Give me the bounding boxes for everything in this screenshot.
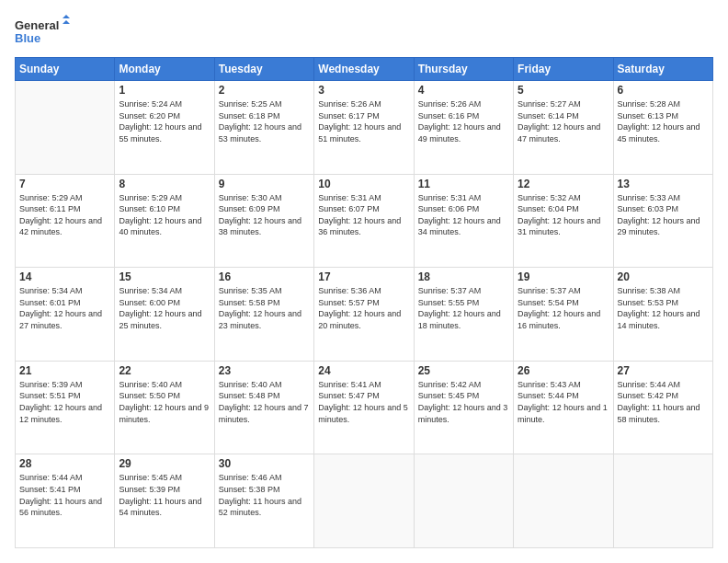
day-info: Sunrise: 5:34 AM Sunset: 6:01 PM Dayligh… [19, 285, 110, 331]
day-info: Sunrise: 5:27 AM Sunset: 6:14 PM Dayligh… [518, 98, 609, 144]
day-number: 14 [19, 270, 110, 283]
day-number: 11 [418, 178, 509, 190]
day-number: 12 [518, 178, 609, 190]
day-number: 7 [19, 178, 110, 190]
calendar-cell: 24Sunrise: 5:41 AM Sunset: 5:47 PM Dayli… [314, 361, 414, 454]
day-info: Sunrise: 5:44 AM Sunset: 5:42 PM Dayligh… [618, 379, 709, 425]
day-info: Sunrise: 5:29 AM Sunset: 6:10 PM Dayligh… [119, 192, 210, 238]
day-number: 5 [518, 84, 609, 97]
day-number: 29 [119, 457, 210, 470]
day-number: 19 [518, 270, 609, 283]
calendar-cell: 29Sunrise: 5:45 AM Sunset: 5:39 PM Dayli… [115, 454, 214, 548]
day-number: 6 [618, 84, 709, 97]
day-info: Sunrise: 5:40 AM Sunset: 5:50 PM Dayligh… [119, 379, 210, 425]
calendar-cell: 15Sunrise: 5:34 AM Sunset: 6:00 PM Dayli… [115, 268, 214, 362]
day-number: 26 [518, 364, 609, 377]
weekday-header-sunday: Sunday [16, 58, 115, 81]
calendar-week-row: 21Sunrise: 5:39 AM Sunset: 5:51 PM Dayli… [16, 361, 713, 454]
weekday-header-friday: Friday [514, 58, 613, 81]
calendar-week-row: 7Sunrise: 5:29 AM Sunset: 6:11 PM Daylig… [16, 174, 713, 268]
day-number: 10 [318, 178, 409, 190]
day-number: 28 [19, 457, 110, 470]
calendar-cell: 2Sunrise: 5:25 AM Sunset: 6:18 PM Daylig… [214, 81, 313, 175]
day-info: Sunrise: 5:37 AM Sunset: 5:55 PM Dayligh… [418, 285, 509, 331]
day-info: Sunrise: 5:41 AM Sunset: 5:47 PM Dayligh… [318, 379, 409, 425]
day-number: 16 [219, 270, 310, 283]
day-info: Sunrise: 5:38 AM Sunset: 5:53 PM Dayligh… [618, 285, 709, 331]
svg-marker-2 [63, 15, 70, 18]
calendar-cell: 4Sunrise: 5:26 AM Sunset: 6:16 PM Daylig… [414, 81, 513, 175]
day-info: Sunrise: 5:46 AM Sunset: 5:38 PM Dayligh… [219, 472, 310, 518]
day-number: 18 [418, 270, 509, 283]
calendar-cell: 22Sunrise: 5:40 AM Sunset: 5:50 PM Dayli… [115, 361, 214, 454]
day-info: Sunrise: 5:28 AM Sunset: 6:13 PM Dayligh… [618, 98, 709, 144]
day-number: 8 [119, 178, 210, 190]
calendar-cell: 7Sunrise: 5:29 AM Sunset: 6:11 PM Daylig… [16, 174, 115, 268]
calendar-cell: 10Sunrise: 5:31 AM Sunset: 6:07 PM Dayli… [314, 174, 414, 268]
calendar-cell: 21Sunrise: 5:39 AM Sunset: 5:51 PM Dayli… [16, 361, 115, 454]
day-number: 23 [219, 364, 310, 377]
calendar-cell: 30Sunrise: 5:46 AM Sunset: 5:38 PM Dayli… [214, 454, 313, 548]
weekday-header-thursday: Thursday [414, 58, 513, 81]
day-info: Sunrise: 5:44 AM Sunset: 5:41 PM Dayligh… [19, 472, 110, 518]
svg-marker-3 [63, 20, 70, 24]
calendar-cell [314, 454, 414, 548]
day-info: Sunrise: 5:26 AM Sunset: 6:16 PM Dayligh… [418, 98, 509, 144]
calendar-week-row: 14Sunrise: 5:34 AM Sunset: 6:01 PM Dayli… [16, 268, 713, 362]
day-info: Sunrise: 5:29 AM Sunset: 6:11 PM Dayligh… [19, 192, 110, 238]
day-number: 4 [418, 84, 509, 97]
day-info: Sunrise: 5:26 AM Sunset: 6:17 PM Dayligh… [318, 98, 409, 144]
day-info: Sunrise: 5:24 AM Sunset: 6:20 PM Dayligh… [119, 98, 210, 144]
day-number: 15 [119, 270, 210, 283]
calendar-cell: 9Sunrise: 5:30 AM Sunset: 6:09 PM Daylig… [214, 174, 313, 268]
day-number: 2 [219, 84, 310, 97]
calendar-cell: 23Sunrise: 5:40 AM Sunset: 5:48 PM Dayli… [214, 361, 313, 454]
svg-text:General: General [15, 18, 59, 32]
calendar-cell: 12Sunrise: 5:32 AM Sunset: 6:04 PM Dayli… [514, 174, 613, 268]
day-number: 21 [19, 364, 110, 377]
weekday-header-monday: Monday [115, 58, 214, 81]
svg-text:Blue: Blue [15, 31, 40, 45]
logo: General Blue [15, 15, 70, 48]
day-number: 22 [119, 364, 210, 377]
weekday-header-tuesday: Tuesday [214, 58, 313, 81]
day-number: 9 [219, 178, 310, 190]
day-info: Sunrise: 5:40 AM Sunset: 5:48 PM Dayligh… [219, 379, 310, 425]
day-info: Sunrise: 5:43 AM Sunset: 5:44 PM Dayligh… [518, 379, 609, 425]
day-info: Sunrise: 5:31 AM Sunset: 6:07 PM Dayligh… [318, 192, 409, 238]
day-info: Sunrise: 5:35 AM Sunset: 5:58 PM Dayligh… [219, 285, 310, 331]
calendar-cell: 26Sunrise: 5:43 AM Sunset: 5:44 PM Dayli… [514, 361, 613, 454]
calendar-cell [613, 454, 712, 548]
day-number: 1 [119, 84, 210, 97]
calendar-cell: 27Sunrise: 5:44 AM Sunset: 5:42 PM Dayli… [613, 361, 712, 454]
calendar-cell [514, 454, 613, 548]
calendar-cell: 25Sunrise: 5:42 AM Sunset: 5:45 PM Dayli… [414, 361, 513, 454]
page: General Blue SundayMondayTuesdayWednesda… [0, 0, 728, 563]
calendar-cell [16, 81, 115, 175]
day-info: Sunrise: 5:45 AM Sunset: 5:39 PM Dayligh… [119, 472, 210, 518]
calendar-cell: 5Sunrise: 5:27 AM Sunset: 6:14 PM Daylig… [514, 81, 613, 175]
day-info: Sunrise: 5:39 AM Sunset: 5:51 PM Dayligh… [19, 379, 110, 425]
day-info: Sunrise: 5:31 AM Sunset: 6:06 PM Dayligh… [418, 192, 509, 238]
calendar-week-row: 1Sunrise: 5:24 AM Sunset: 6:20 PM Daylig… [16, 81, 713, 175]
calendar-week-row: 28Sunrise: 5:44 AM Sunset: 5:41 PM Dayli… [16, 454, 713, 548]
weekday-header-wednesday: Wednesday [314, 58, 414, 81]
calendar-cell: 19Sunrise: 5:37 AM Sunset: 5:54 PM Dayli… [514, 268, 613, 362]
calendar-cell: 11Sunrise: 5:31 AM Sunset: 6:06 PM Dayli… [414, 174, 513, 268]
day-info: Sunrise: 5:42 AM Sunset: 5:45 PM Dayligh… [418, 379, 509, 425]
calendar-table: SundayMondayTuesdayWednesdayThursdayFrid… [15, 57, 713, 548]
calendar-cell [414, 454, 513, 548]
calendar-cell: 28Sunrise: 5:44 AM Sunset: 5:41 PM Dayli… [16, 454, 115, 548]
day-number: 27 [618, 364, 709, 377]
day-info: Sunrise: 5:25 AM Sunset: 6:18 PM Dayligh… [219, 98, 310, 144]
day-info: Sunrise: 5:34 AM Sunset: 6:00 PM Dayligh… [119, 285, 210, 331]
calendar-cell: 17Sunrise: 5:36 AM Sunset: 5:57 PM Dayli… [314, 268, 414, 362]
calendar-cell: 6Sunrise: 5:28 AM Sunset: 6:13 PM Daylig… [613, 81, 712, 175]
day-info: Sunrise: 5:30 AM Sunset: 6:09 PM Dayligh… [219, 192, 310, 238]
weekday-header-row: SundayMondayTuesdayWednesdayThursdayFrid… [16, 58, 713, 81]
day-info: Sunrise: 5:36 AM Sunset: 5:57 PM Dayligh… [318, 285, 409, 331]
day-number: 3 [318, 84, 409, 97]
header: General Blue [15, 15, 713, 48]
calendar-cell: 16Sunrise: 5:35 AM Sunset: 5:58 PM Dayli… [214, 268, 313, 362]
calendar-cell: 20Sunrise: 5:38 AM Sunset: 5:53 PM Dayli… [613, 268, 712, 362]
